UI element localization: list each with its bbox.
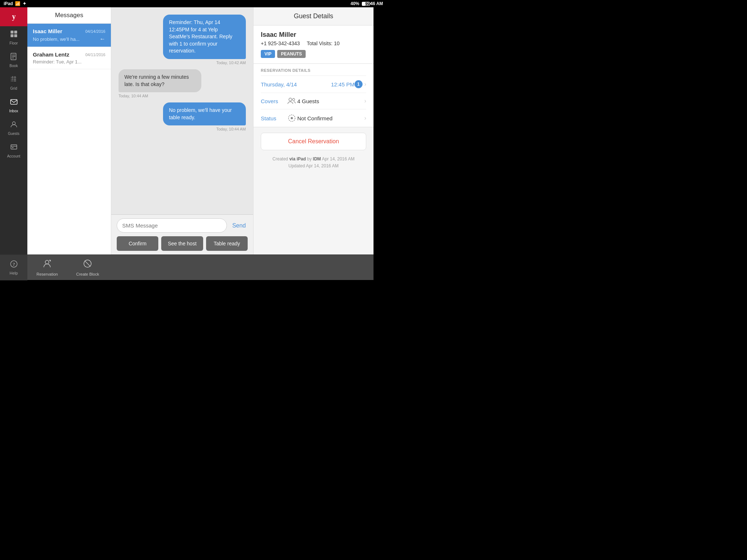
cancel-btn-wrapper: Cancel Reservation <box>253 127 374 156</box>
account-icon <box>10 143 18 153</box>
reservation-date: Thursday, 4/14 <box>261 81 331 88</box>
svg-rect-19 <box>12 147 13 148</box>
created-via: via iPad <box>289 156 306 162</box>
svg-line-30 <box>85 261 90 267</box>
guest-contact: +1 925-342-4343 Total Visits: 10 <box>261 40 366 46</box>
bottom-item-reservation[interactable]: Reservation <box>27 259 67 276</box>
msg-name-isaac: Isaac Miller <box>33 28 62 34</box>
create-block-label: Create Block <box>76 272 99 276</box>
created-line1: Created via iPad by IDM Apr 14, 2016 AM <box>261 156 366 163</box>
battery-percent: 40% <box>351 1 359 6</box>
messages-header: Messages <box>27 7 111 24</box>
sidebar-item-book[interactable]: Book <box>0 49 27 71</box>
bubble-time-1: Today, 10:44 AM <box>119 94 148 98</box>
covers-value: 4 Guests <box>297 98 363 104</box>
status-row[interactable]: Status Not Confirmed › <box>261 109 366 127</box>
account-label: Account <box>7 154 20 158</box>
svg-text:?: ? <box>12 261 15 267</box>
inbox-icon <box>10 98 18 108</box>
signal-icon: ✦ <box>23 1 26 6</box>
guest-details-panel: Guest Details Isaac Miller +1 925-342-43… <box>253 7 374 254</box>
guest-details-title: Guest Details <box>253 7 374 26</box>
battery-icon <box>362 2 370 6</box>
peanuts-tag: PEANUTS <box>277 50 305 58</box>
svg-line-28 <box>50 260 51 261</box>
bottom-bar: ? Help Reservation <box>0 254 374 280</box>
reply-arrow-icon: ← <box>100 36 105 42</box>
preview-text-graham: Reminder: Tue, Apr 1... <box>33 59 105 65</box>
message-item-isaac[interactable]: Isaac Miller 04/14/2016 No problem, we'l… <box>27 24 111 47</box>
vip-tag: VIP <box>261 50 275 58</box>
svg-rect-5 <box>14 34 17 37</box>
reservation-date-row[interactable]: Thursday, 4/14 12:45 PM 1 › <box>261 76 366 93</box>
tag-row: VIP PEANUTS <box>261 50 366 58</box>
msg-date-graham: 04/11/2016 <box>85 52 105 57</box>
guests-label: Guests <box>8 132 20 136</box>
status-left: iPad 📶 ✦ <box>4 1 26 6</box>
created-prefix: Created <box>272 156 289 162</box>
send-button[interactable]: Send <box>231 222 248 229</box>
book-icon <box>10 52 18 62</box>
msg-name-graham: Graham Lentz <box>33 51 69 58</box>
covers-chevron: › <box>364 98 366 104</box>
covers-icon <box>286 97 297 105</box>
message-item-graham[interactable]: Graham Lentz 04/11/2016 Reminder: Tue, A… <box>27 47 111 69</box>
sidebar-item-account[interactable]: Account <box>0 139 27 162</box>
app: y Floor <box>0 7 374 280</box>
svg-rect-4 <box>11 34 13 37</box>
chat-bubble-sent-0: Reminder: Thu, Apr 14 12:45PM for 4 at Y… <box>163 15 246 59</box>
guest-name: Isaac Miller <box>261 31 366 39</box>
covers-label: Covers <box>261 98 286 104</box>
guest-visits: Total Visits: 10 <box>307 40 340 46</box>
sms-input[interactable] <box>117 218 227 233</box>
sidebar-item-guests[interactable]: Guests <box>0 117 27 139</box>
chat-messages: Reminder: Thu, Apr 14 12:45PM for 4 at Y… <box>111 7 253 214</box>
svg-point-21 <box>293 98 295 101</box>
sidebar-item-inbox[interactable]: Inbox <box>0 94 27 117</box>
created-info: Created via iPad by IDM Apr 14, 2016 AM … <box>253 156 374 175</box>
reservation-details-label: RESERVATION DETAILS <box>261 64 366 76</box>
yelp-logo-icon: y <box>7 10 20 23</box>
svg-point-26 <box>45 260 49 264</box>
bubble-time-2: Today, 10:44 AM <box>216 127 246 131</box>
sidebar: y Floor <box>0 7 27 254</box>
chat-message-1: We're running a few minutes late. Is tha… <box>119 69 246 98</box>
help-item[interactable]: ? Help <box>0 255 27 280</box>
svg-rect-3 <box>14 31 17 34</box>
svg-point-23 <box>291 117 293 119</box>
svg-text:y: y <box>12 12 16 21</box>
chat-panel: Reminder: Thu, Apr 14 12:45PM for 4 at Y… <box>111 7 253 254</box>
updated-line: Updated Apr 14, 2016 AM <box>261 163 366 170</box>
floor-icon <box>10 30 18 40</box>
guest-info: Isaac Miller +1 925-342-4343 Total Visit… <box>253 26 374 64</box>
cancel-reservation-button[interactable]: Cancel Reservation <box>261 133 366 150</box>
see-host-button[interactable]: See the host <box>161 236 203 251</box>
status-icon <box>286 114 297 122</box>
guest-phone: +1 925-342-4343 <box>261 40 300 46</box>
date-row-chevron: › <box>364 81 366 88</box>
msg-preview-isaac: No problem, we'll ha... ← <box>33 36 105 42</box>
created-date: Apr 14, 2016 AM <box>321 156 355 162</box>
msg-header-isaac: Isaac Miller 04/14/2016 <box>33 28 105 34</box>
yelp-logo: y <box>0 7 27 26</box>
help-label: Help <box>9 271 18 275</box>
reservation-label: Reservation <box>36 272 58 276</box>
svg-point-16 <box>12 122 15 125</box>
covers-row[interactable]: Covers 4 Guests › <box>261 93 366 109</box>
quick-actions: Confirm See the host Table ready <box>117 236 248 251</box>
party-size-badge: 1 <box>355 80 363 88</box>
confirm-button[interactable]: Confirm <box>117 236 158 251</box>
book-label: Book <box>9 64 18 68</box>
table-ready-button[interactable]: Table ready <box>206 236 248 251</box>
chat-bubble-received-1: We're running a few minutes late. Is tha… <box>119 69 201 92</box>
floor-label: Floor <box>9 41 18 45</box>
svg-rect-17 <box>11 145 17 149</box>
svg-point-20 <box>289 98 292 101</box>
sidebar-item-floor[interactable]: Floor <box>0 26 27 49</box>
wifi-icon: 📶 <box>15 1 20 6</box>
device-label: iPad <box>4 1 13 6</box>
reservation-details: RESERVATION DETAILS Thursday, 4/14 12:45… <box>253 64 374 127</box>
sidebar-item-grid[interactable]: Grid <box>0 71 27 94</box>
bottom-item-create-block[interactable]: Create Block <box>67 259 108 276</box>
msg-header-graham: Graham Lentz 04/11/2016 <box>33 51 105 58</box>
